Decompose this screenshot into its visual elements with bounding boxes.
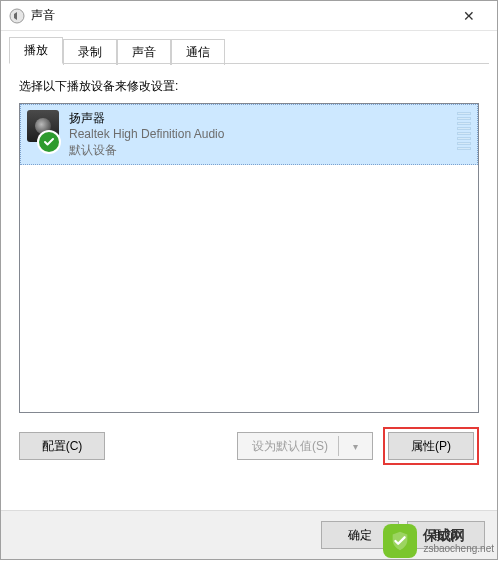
device-list[interactable]: 扬声器 Realtek High Definition Audio 默认设备 (19, 103, 479, 413)
configure-button[interactable]: 配置(C) (19, 432, 105, 460)
tab-communications[interactable]: 通信 (171, 39, 225, 65)
watermark: 保成网 zsbaocheng.net (379, 522, 498, 560)
window-title: 声音 (31, 7, 449, 24)
set-default-label: 设为默认值(S) (252, 438, 328, 455)
properties-button[interactable]: 属性(P) (388, 432, 474, 460)
highlight-annotation: 属性(P) (383, 427, 479, 465)
watermark-en: zsbaocheng.net (423, 543, 494, 555)
default-check-icon (39, 132, 59, 152)
tab-strip: 播放 录制 声音 通信 (1, 31, 497, 64)
sound-icon (9, 8, 25, 24)
device-status: 默认设备 (69, 142, 451, 158)
tab-sounds[interactable]: 声音 (117, 39, 171, 65)
device-name: 扬声器 (69, 110, 451, 126)
speaker-icon (27, 110, 61, 150)
chevron-down-icon: ▾ (353, 441, 358, 452)
titlebar: 声音 ✕ (1, 1, 497, 31)
device-driver: Realtek High Definition Audio (69, 126, 451, 142)
level-meter-icon (457, 110, 471, 150)
shield-check-icon (383, 524, 417, 558)
watermark-cn: 保成网 (423, 527, 494, 544)
tab-recording[interactable]: 录制 (63, 39, 117, 65)
prompt-text: 选择以下播放设备来修改设置: (19, 78, 479, 95)
device-item-speakers[interactable]: 扬声器 Realtek High Definition Audio 默认设备 (20, 104, 478, 165)
close-button[interactable]: ✕ (449, 2, 489, 30)
tab-playback[interactable]: 播放 (9, 37, 63, 64)
set-default-button[interactable]: 设为默认值(S) ▾ (237, 432, 373, 460)
split-divider (338, 436, 339, 456)
